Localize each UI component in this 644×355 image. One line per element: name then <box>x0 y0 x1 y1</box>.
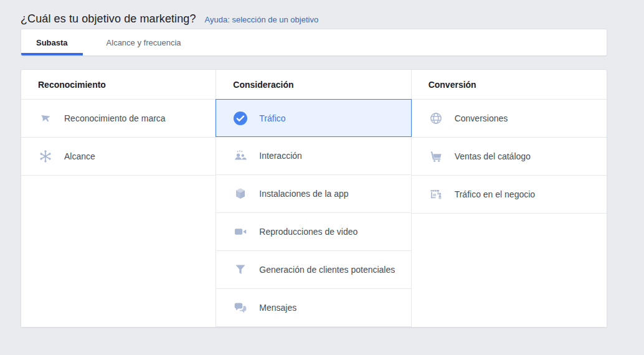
column-consideracion: Consideración Tráfico <box>216 70 411 327</box>
globe-icon <box>428 110 444 126</box>
objective-row-reproducciones-de-video[interactable]: Reproducciones de video <box>216 213 410 251</box>
buying-type-tabs: Subasta Alcance y frecuencia <box>21 29 607 56</box>
objective-label: Interacción <box>259 151 301 161</box>
objectives-table: Reconocimiento Reconocimiento de marca <box>21 69 607 328</box>
objective-selection-page: ¿Cuál es tu objetivo de marketing? Ayuda… <box>0 0 628 328</box>
help-link[interactable]: Ayuda: selección de un objetivo <box>205 15 319 24</box>
objective-row-instalaciones-de-la-app[interactable]: Instalaciones de la app <box>216 175 410 213</box>
active-tab-underline <box>21 53 83 55</box>
column-header-conversion: Conversión <box>412 70 607 100</box>
objective-label: Alcance <box>64 151 95 161</box>
objective-row-reconocimiento-de-marca[interactable]: Reconocimiento de marca <box>21 100 215 138</box>
objective-label: Ventas del catálogo <box>455 151 531 161</box>
column-filler <box>21 176 215 327</box>
chat-bubbles-icon <box>232 300 249 316</box>
megaphone-icon <box>37 110 54 126</box>
objective-label: Reproducciones de video <box>259 227 358 237</box>
tab-subasta-label: Subasta <box>36 38 68 47</box>
storefront-icon <box>428 186 444 202</box>
objective-row-alcance[interactable]: Alcance <box>21 138 215 176</box>
objective-label: Mensajes <box>259 303 296 313</box>
tab-alcance-y-frecuencia[interactable]: Alcance y frecuencia <box>83 29 181 55</box>
page-header: ¿Cuál es tu objetivo de marketing? Ayuda… <box>21 0 607 29</box>
objective-label: Instalaciones de la app <box>259 189 348 199</box>
reach-burst-icon <box>37 148 54 164</box>
objective-label: Tráfico en el negocio <box>455 189 535 199</box>
objective-row-trafico[interactable]: Tráfico <box>215 99 411 137</box>
objective-label: Reconocimiento de marca <box>64 113 166 123</box>
engagement-people-icon <box>232 148 249 164</box>
page-title: ¿Cuál es tu objetivo de marketing? <box>21 12 196 26</box>
objective-row-trafico-en-el-negocio[interactable]: Tráfico en el negocio <box>412 176 607 214</box>
column-filler <box>412 214 607 327</box>
objective-row-interaccion[interactable]: Interacción <box>216 137 410 175</box>
objective-row-ventas-del-catalogo[interactable]: Ventas del catálogo <box>412 138 607 176</box>
objective-row-generacion-de-clientes-potenciales[interactable]: Generación de clientes potenciales <box>216 251 410 289</box>
objective-row-mensajes[interactable]: Mensajes <box>216 289 410 327</box>
column-header-consideracion: Consideración <box>216 70 410 100</box>
objective-label: Generación de clientes potenciales <box>259 265 395 275</box>
check-circle-icon <box>232 110 249 126</box>
column-reconocimiento: Reconocimiento Reconocimiento de marca <box>21 70 216 327</box>
objective-label: Tráfico <box>259 113 285 123</box>
tab-alcance-label: Alcance y frecuencia <box>107 38 181 47</box>
cart-icon <box>428 148 444 164</box>
column-conversion: Conversión Conversiones <box>412 70 607 327</box>
tab-subasta[interactable]: Subasta <box>21 29 83 55</box>
objective-row-conversiones[interactable]: Conversiones <box>412 100 607 138</box>
column-header-reconocimiento: Reconocimiento <box>21 70 215 100</box>
lead-funnel-icon <box>232 262 249 278</box>
app-cube-icon <box>232 186 249 202</box>
objective-label: Conversiones <box>455 113 508 123</box>
video-camera-icon <box>232 224 249 240</box>
